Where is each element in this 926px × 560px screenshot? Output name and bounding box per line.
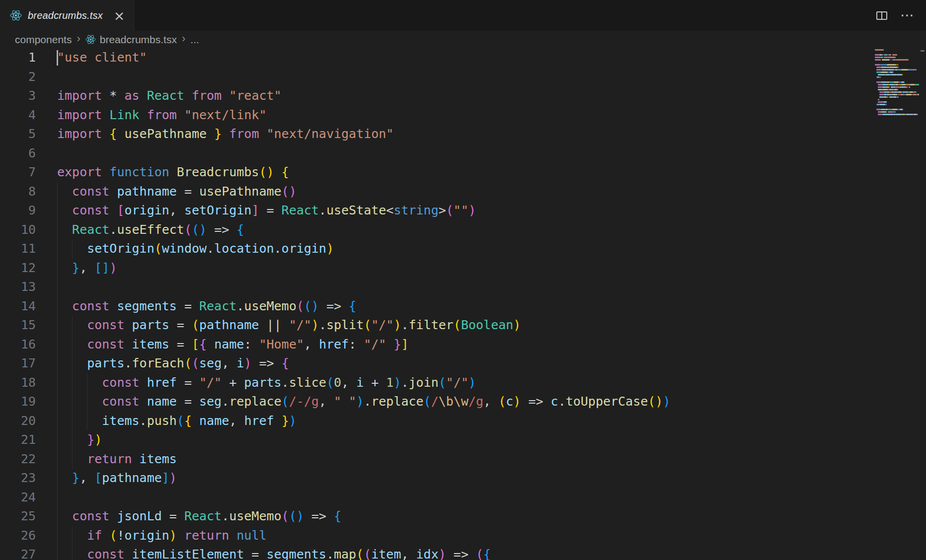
line-number: 8 — [0, 182, 36, 202]
minimap-line — [873, 74, 919, 75]
code-line[interactable]: 22 return items — [0, 450, 873, 469]
split-editor-icon[interactable] — [876, 11, 887, 20]
indent-guide — [57, 259, 58, 278]
text-cursor — [57, 50, 58, 66]
indent-guide — [87, 373, 87, 393]
indent-guide — [57, 412, 58, 431]
minimap-line — [873, 91, 919, 93]
line-number: 21 — [0, 430, 36, 450]
editor-tab-bar: breadcrumbs.tsx × ⋯ — [0, 0, 926, 31]
indent-guide — [57, 507, 58, 526]
code-line[interactable]: 4import Link from "next/link" — [0, 106, 873, 125]
code-line[interactable]: 14 const segments = React.useMemo(() => … — [0, 297, 873, 316]
code-line[interactable]: 12 }, []) — [0, 259, 873, 278]
indent-guide — [57, 469, 58, 488]
indent-guide — [72, 316, 73, 335]
line-number: 2 — [0, 68, 36, 87]
react-icon — [85, 34, 96, 45]
overview-ruler-cursor-mark — [921, 50, 925, 52]
line-number: 6 — [0, 144, 36, 163]
tab-bar-actions: ⋯ — [876, 0, 926, 31]
tab-breadcrumbs-tsx[interactable]: breadcrumbs.tsx × — [0, 0, 134, 31]
indent-guide — [72, 335, 73, 354]
code-line[interactable]: 11 setOrigin(window.location.origin) — [0, 239, 873, 259]
minimap-line — [873, 64, 919, 66]
code-line[interactable]: 25 const jsonLd = React.useMemo(() => { — [0, 507, 873, 526]
indent-guide — [57, 488, 58, 507]
close-icon[interactable]: × — [114, 9, 125, 22]
code-line[interactable]: 5import { usePathname } from "next/navig… — [0, 125, 873, 144]
indent-guide — [57, 201, 58, 220]
line-number: 26 — [0, 526, 36, 546]
indent-guide — [57, 526, 58, 546]
indent-guide — [57, 182, 58, 202]
code-line[interactable]: 24 — [0, 488, 873, 507]
indent-guide — [72, 412, 73, 431]
minimap-line — [873, 94, 919, 95]
code-line[interactable]: 20 items.push({ name, href }) — [0, 412, 873, 431]
minimap-line — [873, 62, 919, 63]
minimap-line — [873, 84, 919, 85]
code-line[interactable]: 2 — [0, 68, 873, 87]
minimap-line — [873, 76, 919, 78]
indent-guide — [72, 545, 73, 560]
line-number: 9 — [0, 201, 36, 220]
code-line[interactable]: 8 const pathname = usePathname() — [0, 182, 873, 202]
minimap-line — [873, 101, 919, 103]
indent-guide — [57, 450, 58, 469]
code-line[interactable]: 3import * as React from "react" — [0, 86, 873, 106]
line-number: 1 — [0, 48, 36, 68]
line-number: 18 — [0, 373, 36, 393]
code-line[interactable]: 6 — [0, 144, 873, 163]
code-line[interactable]: 17 parts.forEach((seg, i) => { — [0, 354, 873, 373]
more-actions-icon[interactable]: ⋯ — [900, 10, 914, 20]
code-line[interactable]: 1"use client" — [0, 48, 873, 68]
line-number: 3 — [0, 86, 36, 106]
breadcrumb-file-label: breadcrumbs.tsx — [100, 34, 177, 46]
minimap-line — [873, 109, 919, 110]
code-line[interactable]: 10 React.useEffect(() => { — [0, 220, 873, 240]
line-number: 12 — [0, 259, 36, 278]
line-number: 15 — [0, 316, 36, 335]
minimap-line — [873, 86, 919, 88]
code-line[interactable]: 9 const [origin, setOrigin] = React.useS… — [0, 201, 873, 220]
breadcrumb-item-symbol[interactable]: ... — [190, 34, 199, 46]
indent-guide — [57, 220, 58, 240]
code-line[interactable]: 13 — [0, 278, 873, 297]
indent-guide — [57, 239, 58, 259]
indent-guide — [57, 297, 58, 316]
indent-guide — [72, 392, 73, 412]
line-number: 22 — [0, 450, 36, 469]
overview-ruler[interactable] — [919, 48, 926, 560]
code-editor[interactable]: 1"use client"23import * as React from "r… — [0, 48, 926, 560]
indent-guide — [57, 335, 58, 354]
line-number: 10 — [0, 220, 36, 240]
breadcrumb-item-file[interactable]: breadcrumbs.tsx — [85, 34, 177, 46]
code-line[interactable]: 21 }) — [0, 430, 873, 450]
line-number: 13 — [0, 278, 36, 297]
line-number: 24 — [0, 488, 36, 507]
code-line[interactable]: 23 }, [pathname]) — [0, 469, 873, 488]
indent-guide — [72, 526, 73, 546]
code-line[interactable]: 15 const parts = (pathname || "/").split… — [0, 316, 873, 335]
indent-guide — [57, 545, 58, 560]
breadcrumb-item-components[interactable]: components — [15, 34, 72, 46]
minimap-line — [873, 111, 919, 113]
line-number: 16 — [0, 335, 36, 354]
code-line[interactable]: 27 const itemListElement = segments.map(… — [0, 545, 873, 560]
code-line[interactable]: 18 const href = "/" + parts.slice(0, i +… — [0, 373, 873, 393]
indent-guide — [57, 354, 58, 373]
minimap-line — [873, 114, 919, 115]
indent-guide — [72, 354, 73, 373]
code-line[interactable]: 19 const name = seg.replace(/-/g, " ").r… — [0, 392, 873, 412]
indent-guide — [57, 430, 58, 450]
indent-guide — [87, 412, 87, 431]
chevron-right-icon: › — [181, 32, 186, 47]
code-line[interactable]: 26 if (!origin) return null — [0, 526, 873, 546]
minimap[interactable] — [873, 49, 919, 560]
code-lines: 1"use client"23import * as React from "r… — [0, 48, 873, 560]
indent-guide — [57, 278, 58, 297]
code-line[interactable]: 16 const items = [{ name: "Home", href: … — [0, 335, 873, 354]
code-line[interactable]: 7export function Breadcrumbs() { — [0, 163, 873, 182]
line-number: 27 — [0, 545, 36, 560]
